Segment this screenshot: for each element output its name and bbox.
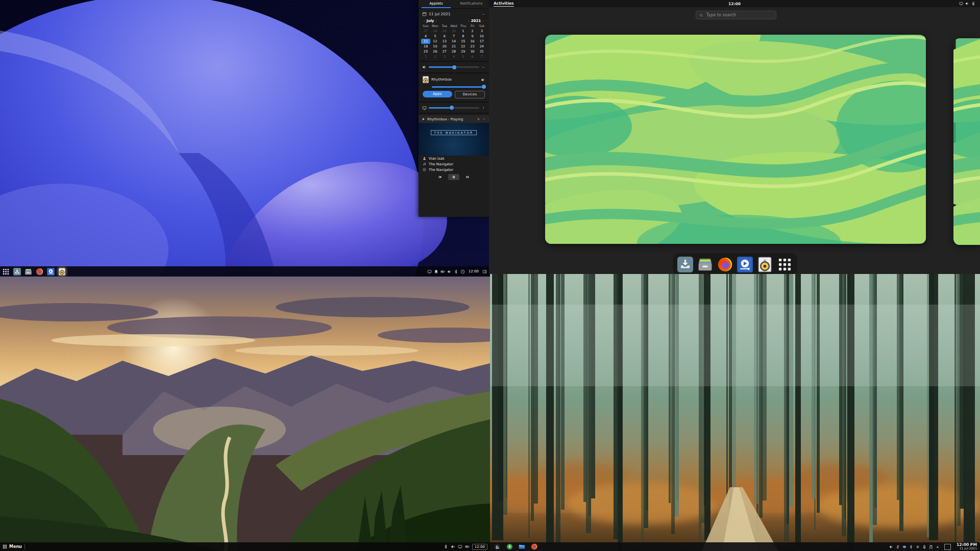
- calendar-day[interactable]: 4: [449, 54, 458, 59]
- display-icon[interactable]: [959, 2, 963, 6]
- player-header[interactable]: Rhythmbox - Playing: [419, 115, 489, 123]
- rhythmbox-icon[interactable]: [757, 257, 773, 272]
- gnome-clock[interactable]: 12:00: [728, 2, 741, 6]
- calendar-day[interactable]: 1: [421, 54, 430, 59]
- calendar-day[interactable]: 4: [421, 34, 430, 39]
- app-grid-icon[interactable]: [2, 268, 10, 276]
- files-blue-icon[interactable]: [519, 543, 525, 550]
- calendar-day[interactable]: 13: [440, 39, 449, 44]
- network-icon[interactable]: [902, 545, 906, 549]
- calendar-day[interactable]: 29: [440, 29, 449, 34]
- rhythmbox-icon[interactable]: [58, 268, 66, 276]
- calendar-day[interactable]: 14: [449, 39, 458, 44]
- videos-icon[interactable]: [737, 257, 753, 272]
- files-icon[interactable]: [24, 268, 32, 276]
- search-input[interactable]: [705, 12, 773, 18]
- asterisk-icon[interactable]: [916, 545, 920, 549]
- battery-icon[interactable]: [465, 544, 470, 549]
- clipboard-icon[interactable]: [929, 545, 933, 549]
- next-track-button[interactable]: [465, 175, 470, 179]
- calendar-day[interactable]: 1: [458, 29, 468, 34]
- chevron-down-icon[interactable]: [481, 12, 485, 16]
- speaker-icon[interactable]: [447, 269, 452, 274]
- calendar-day[interactable]: 5: [458, 54, 468, 59]
- firefox-icon[interactable]: [531, 543, 537, 550]
- tab-applets[interactable]: Applets: [419, 0, 454, 8]
- previous-track-button[interactable]: [438, 175, 442, 179]
- calendar-day[interactable]: 22: [458, 44, 468, 49]
- devices-button[interactable]: Devices: [455, 91, 485, 98]
- calendar-day[interactable]: 3: [477, 29, 486, 34]
- chevron-down-icon[interactable]: [482, 117, 486, 121]
- chevron-down-icon[interactable]: [481, 65, 485, 69]
- date-row[interactable]: 11 Jul 2021: [419, 10, 489, 18]
- calendar-day[interactable]: 5: [430, 34, 439, 39]
- calendar-day[interactable]: 7: [449, 34, 458, 39]
- calendar-day[interactable]: 6: [468, 54, 477, 59]
- battery-v-icon[interactable]: [922, 545, 926, 549]
- calendar-day[interactable]: 30: [468, 49, 477, 54]
- speaker-icon[interactable]: [422, 65, 427, 69]
- calendar-day[interactable]: 2: [468, 29, 477, 34]
- calendar-day[interactable]: 17: [477, 39, 486, 44]
- firefox-icon[interactable]: [717, 257, 733, 272]
- calendar-day[interactable]: 6: [440, 34, 449, 39]
- calendar-day[interactable]: 11: [421, 39, 430, 44]
- apps-button[interactable]: Apps: [423, 91, 452, 97]
- next-month-button[interactable]: ›: [434, 19, 438, 23]
- calendar-day[interactable]: 8: [458, 34, 468, 39]
- calendar-day[interactable]: 9: [468, 34, 477, 39]
- calendar-day[interactable]: 3: [440, 54, 449, 59]
- speaker-muted-icon[interactable]: [451, 544, 455, 549]
- calendar-day[interactable]: 27: [421, 29, 430, 34]
- display-icon[interactable]: [458, 544, 462, 549]
- mic-muted-icon[interactable]: [896, 545, 900, 549]
- tab-notifications[interactable]: Notifications: [454, 0, 489, 8]
- calendar-day[interactable]: 31: [477, 49, 486, 54]
- calendar-day[interactable]: 12: [430, 39, 439, 44]
- close-icon[interactable]: [477, 117, 480, 121]
- calendar-day[interactable]: 23: [468, 44, 477, 49]
- window-preview-main[interactable]: [545, 35, 926, 244]
- bluetooth-icon[interactable]: [454, 269, 458, 274]
- calendar-day[interactable]: 30: [449, 29, 458, 34]
- calendar-day[interactable]: 26: [430, 49, 439, 54]
- menu-button[interactable]: Menu: [3, 544, 22, 549]
- calendar-day[interactable]: 2: [430, 54, 439, 59]
- calendar-month[interactable]: July: [427, 19, 434, 23]
- show-desktop-button[interactable]: [944, 544, 951, 550]
- brightness-slider[interactable]: [429, 107, 479, 109]
- calendar-day[interactable]: 10: [477, 34, 486, 39]
- volume-slider[interactable]: [429, 66, 479, 68]
- calendar-year[interactable]: 2021: [471, 19, 481, 23]
- calendar-day[interactable]: 28: [449, 49, 458, 54]
- prev-month-button[interactable]: ‹: [422, 19, 427, 23]
- kde-launcher-icon[interactable]: [494, 543, 501, 550]
- clock-icon[interactable]: [460, 269, 465, 274]
- activities-button[interactable]: Activities: [494, 1, 514, 7]
- clock[interactable]: 12:00: [469, 269, 479, 273]
- calendar-day[interactable]: 28: [430, 29, 439, 34]
- bluetooth-icon[interactable]: [444, 544, 448, 549]
- speaker-icon[interactable]: [889, 545, 893, 549]
- calendar-day[interactable]: 24: [477, 44, 486, 49]
- clock[interactable]: 12:00: [472, 544, 487, 550]
- calendar-day[interactable]: 29: [458, 49, 468, 54]
- speaker-icon[interactable]: [965, 2, 969, 6]
- app-grid-icon[interactable]: [777, 257, 793, 272]
- calendar-day[interactable]: 20: [440, 44, 449, 49]
- pause-button[interactable]: [448, 174, 459, 180]
- files-icon[interactable]: [697, 257, 713, 272]
- software-icon[interactable]: [13, 268, 21, 276]
- software-icon[interactable]: [677, 257, 693, 272]
- bell-icon[interactable]: [434, 269, 438, 274]
- show-desktop-icon[interactable]: [482, 269, 487, 274]
- next-year-button[interactable]: ›: [481, 19, 485, 23]
- speaker-icon[interactable]: [481, 78, 485, 82]
- app-volume-slider[interactable]: [432, 86, 485, 88]
- display-icon[interactable]: [427, 269, 432, 274]
- window-preview-partial[interactable]: [953, 38, 980, 245]
- calendar-day[interactable]: 15: [458, 39, 468, 44]
- updater-icon[interactable]: [506, 543, 513, 550]
- calendar-day[interactable]: 7: [477, 54, 486, 59]
